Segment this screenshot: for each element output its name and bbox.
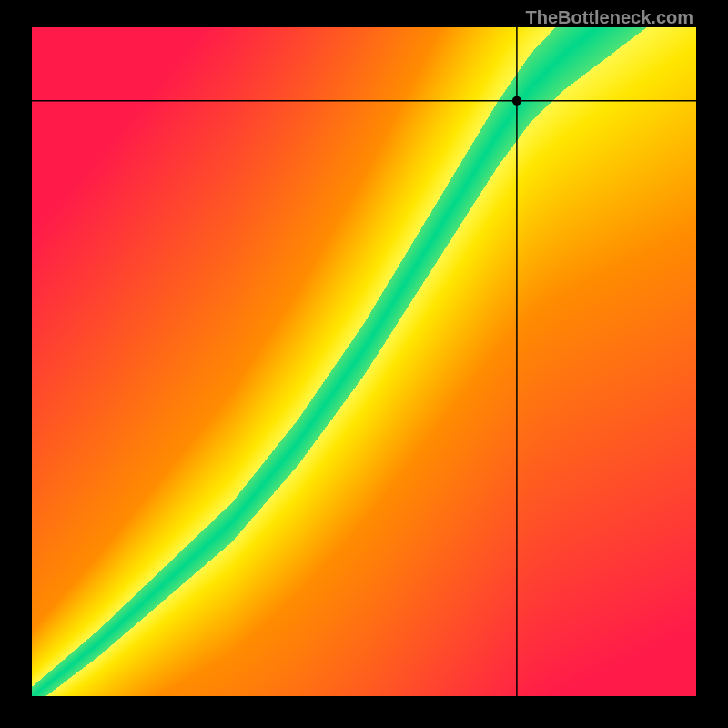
watermark-text: TheBottleneck.com (526, 7, 693, 28)
heatmap-plot (32, 27, 696, 696)
heatmap-canvas (32, 27, 696, 696)
